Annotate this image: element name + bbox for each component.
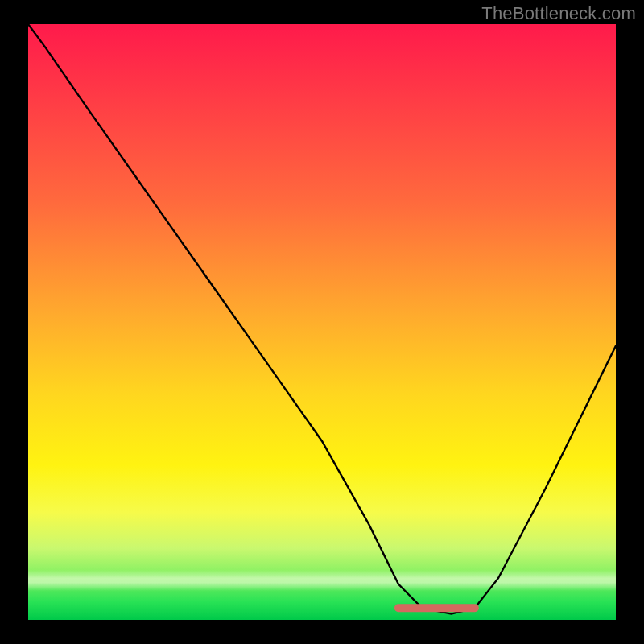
chart-plot-area bbox=[28, 24, 616, 620]
bottleneck-curve bbox=[28, 24, 616, 614]
curve-layer bbox=[28, 24, 616, 620]
chart-frame: TheBottleneck.com bbox=[0, 0, 644, 644]
watermark-text: TheBottleneck.com bbox=[481, 3, 636, 24]
highlight-band bbox=[28, 570, 616, 591]
